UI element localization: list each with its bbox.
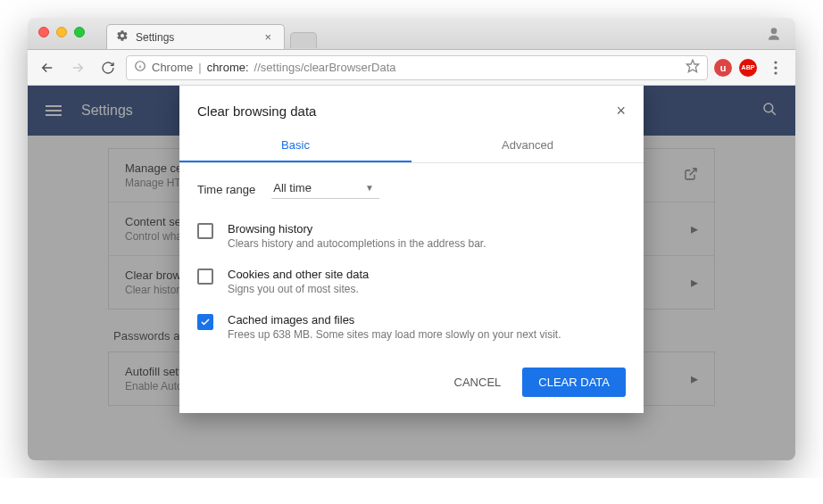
checkbox-subtitle: Signs you out of most sites. [228,283,369,295]
profile-icon[interactable] [765,25,783,43]
forward-button[interactable] [65,55,90,80]
dialog-tabs: Basic Advanced [179,129,644,163]
browser-tab-settings[interactable]: Settings × [106,24,285,49]
time-range-value: All time [273,181,312,194]
tab-strip: Settings × [106,18,317,49]
separator: | [198,61,201,74]
tab-basic[interactable]: Basic [179,129,412,162]
svg-point-0 [771,28,777,34]
checkbox-row-cookies[interactable]: Cookies and other site data Signs you ou… [197,259,626,304]
traffic-lights [38,27,85,37]
checkbox-title: Cookies and other site data [228,268,369,281]
chevron-down-icon: ▼ [365,183,374,193]
checkbox-title: Browsing history [228,222,486,235]
checkbox[interactable] [197,314,213,330]
new-tab-button[interactable] [290,32,317,48]
extension-abp-icon[interactable]: ABP [738,58,758,78]
cancel-button[interactable]: CANCEL [444,368,512,397]
checkbox-row-browsing-history[interactable]: Browsing history Clears history and auto… [197,213,626,259]
time-range-label: Time range [197,183,255,196]
tab-close-button[interactable]: × [264,30,271,44]
svg-marker-4 [686,60,698,71]
browser-window: Settings × Chrome | chrome://settings/cl… [28,18,795,460]
content-area: Settings Manage ce Manage HT [28,86,795,460]
window-maximize-button[interactable] [74,27,85,37]
tab-title: Settings [136,31,174,44]
titlebar: Settings × [28,18,795,50]
checkbox[interactable] [197,269,213,285]
menu-button[interactable] [763,55,788,80]
checkbox[interactable] [197,223,213,239]
extension-u-icon[interactable]: u [713,58,733,78]
svg-point-6 [774,66,777,69]
time-range-select[interactable]: All time ▼ [271,179,379,199]
info-icon [134,60,146,75]
bookmark-star-icon[interactable] [686,59,700,76]
svg-point-7 [774,71,777,74]
window-close-button[interactable] [38,27,49,37]
window-minimize-button[interactable] [56,27,67,37]
dialog-title: Clear browsing data [197,103,316,119]
clear-data-button[interactable]: CLEAR DATA [522,368,626,397]
toolbar: Chrome | chrome://settings/clearBrowserD… [28,50,795,86]
checkbox-title: Cached images and files [228,313,561,326]
omnibox-chip: Chrome [152,61,193,74]
address-bar[interactable]: Chrome | chrome://settings/clearBrowserD… [126,55,708,80]
checkbox-row-cached[interactable]: Cached images and files Frees up 638 MB.… [197,304,626,350]
clear-browsing-data-dialog: Clear browsing data × Basic Advanced Tim… [179,86,644,413]
checkbox-subtitle: Clears history and autocompletions in th… [228,237,486,250]
url-scheme: chrome: [207,61,249,74]
reload-button[interactable] [96,55,121,80]
url-path: //settings/clearBrowserData [254,61,396,74]
checkbox-list: Browsing history Clears history and auto… [179,208,644,355]
gear-icon [116,29,129,45]
svg-point-5 [774,61,777,63]
close-button[interactable]: × [616,102,626,120]
tab-advanced[interactable]: Advanced [412,129,644,162]
checkbox-subtitle: Frees up 638 MB. Some sites may load mor… [228,328,561,341]
back-button[interactable] [35,55,60,80]
